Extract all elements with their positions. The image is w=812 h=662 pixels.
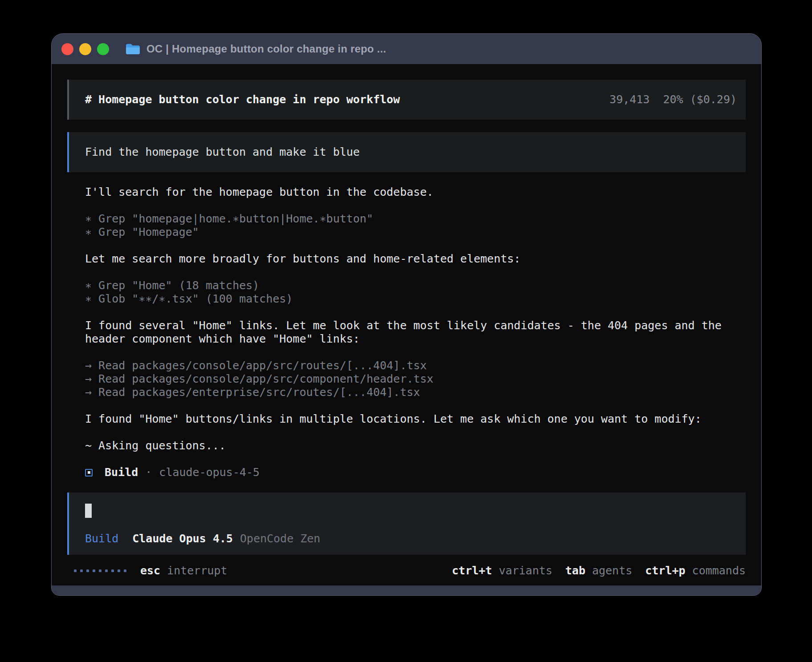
ctrl-t-key: ctrl+t [452, 564, 492, 577]
hint-esc: esc interrupt [140, 564, 227, 577]
hint-shortcuts: ctrl+t variants tab agents ctrl+p comman… [452, 564, 746, 577]
variants-label: variants [499, 564, 552, 577]
ctrl-p-key: ctrl+p [645, 564, 685, 577]
assistant-line: I found several "Home" links. Let me loo… [85, 319, 728, 332]
spinner-dot [80, 569, 83, 572]
esc-label: interrupt [167, 564, 227, 577]
tool-call-line: → Read packages/console/app/src/componen… [85, 372, 728, 386]
agents-label: agents [592, 564, 632, 577]
assistant-line: I found "Home" buttons/links in multiple… [85, 412, 728, 426]
input-model-row: Build Claude Opus 4.5 OpenCode Zen [85, 532, 737, 545]
agent-build-icon [85, 469, 93, 476]
tool-call-line: → Read packages/console/app/src/routes/[… [85, 359, 728, 372]
separator-dot: · [145, 466, 152, 479]
token-count: 39,413 [609, 93, 650, 106]
text-cursor [85, 504, 92, 518]
agent-status-row: Build · claude-opus-4-5 [85, 466, 728, 479]
assistant-text: I found several "Home" links. Let me loo… [85, 319, 728, 346]
hint-bar: esc interrupt ctrl+t variants tab agents… [67, 564, 746, 577]
spinner-dot [93, 569, 95, 572]
tool-call-line: ∗ Grep "homepage|home.∗button|Home.∗butt… [85, 212, 728, 226]
working-status-line: ~ Asking questions... [85, 439, 728, 452]
assistant-text: I'll search for the homepage button in t… [85, 186, 728, 199]
hint-commands: ctrl+p commands [645, 564, 746, 577]
window-title: OC | Homepage button color change in rep… [146, 43, 386, 55]
spinner-dot [124, 569, 126, 572]
tool-calls-read: → Read packages/console/app/src/routes/[… [85, 359, 728, 399]
assistant-text: I found "Home" buttons/links in multiple… [85, 412, 728, 426]
traffic-lights [61, 43, 109, 55]
agent-name: Build [105, 466, 138, 479]
folder-icon [125, 43, 141, 55]
assistant-text: Let me search more broadly for buttons a… [85, 252, 728, 266]
close-button[interactable] [61, 43, 73, 55]
user-message-text: Find the homepage button and make it blu… [85, 145, 360, 159]
esc-key: esc [140, 564, 160, 577]
assistant-line: Let me search more broadly for buttons a… [85, 252, 728, 266]
minimize-button[interactable] [79, 43, 91, 55]
spinner-dot [105, 569, 108, 572]
tool-call-line: ∗ Grep "Home" (18 matches) [85, 279, 728, 292]
spinner-dot [74, 569, 77, 572]
terminal-content: # Homepage button color change in repo w… [52, 64, 761, 585]
hint-agents: tab agents [565, 564, 632, 577]
tool-call-line: → Read packages/enterprise/src/routes/[.… [85, 386, 728, 399]
spinner-dot [99, 569, 102, 572]
assistant-working-status: ~ Asking questions... [85, 439, 728, 452]
spinner-dot [86, 569, 89, 572]
window-bottom-strip [52, 585, 761, 595]
model-id: claude-opus-4-5 [159, 466, 260, 479]
session-header: # Homepage button color change in repo w… [67, 80, 746, 120]
input-model-name[interactable]: Claude Opus 4.5 [132, 532, 233, 545]
prompt-input[interactable]: Build Claude Opus 4.5 OpenCode Zen [67, 492, 746, 555]
user-message: Find the homepage button and make it blu… [67, 132, 746, 172]
tool-calls-grep: ∗ Grep "homepage|home.∗button|Home.∗butt… [85, 212, 728, 239]
tool-call-line: ∗ Glob "∗∗/∗.tsx" (100 matches) [85, 292, 728, 306]
tool-call-line: ∗ Grep "Homepage" [85, 226, 728, 239]
spinner-dots [74, 569, 126, 572]
spinner-dot [111, 569, 114, 572]
input-provider-name: OpenCode Zen [240, 532, 321, 545]
session-title: # Homepage button color change in repo w… [85, 93, 400, 106]
titlebar[interactable]: OC | Homepage button color change in rep… [52, 34, 761, 64]
zoom-button[interactable] [97, 43, 109, 55]
input-agent-name[interactable]: Build [85, 532, 118, 545]
context-usage-cost: 20% ($0.29) [663, 93, 737, 106]
session-stats: 39,413 20% ($0.29) [609, 93, 737, 106]
hint-variants: ctrl+t variants [452, 564, 552, 577]
tab-key: tab [565, 564, 585, 577]
tool-calls-grep-glob: ∗ Grep "Home" (18 matches) ∗ Glob "∗∗/∗.… [85, 279, 728, 306]
spinner-dot [118, 569, 120, 572]
assistant-line: header component which have "Home" links… [85, 332, 728, 346]
terminal-window: OC | Homepage button color change in rep… [51, 33, 762, 596]
assistant-line: I'll search for the homepage button in t… [85, 186, 728, 199]
commands-label: commands [692, 564, 746, 577]
